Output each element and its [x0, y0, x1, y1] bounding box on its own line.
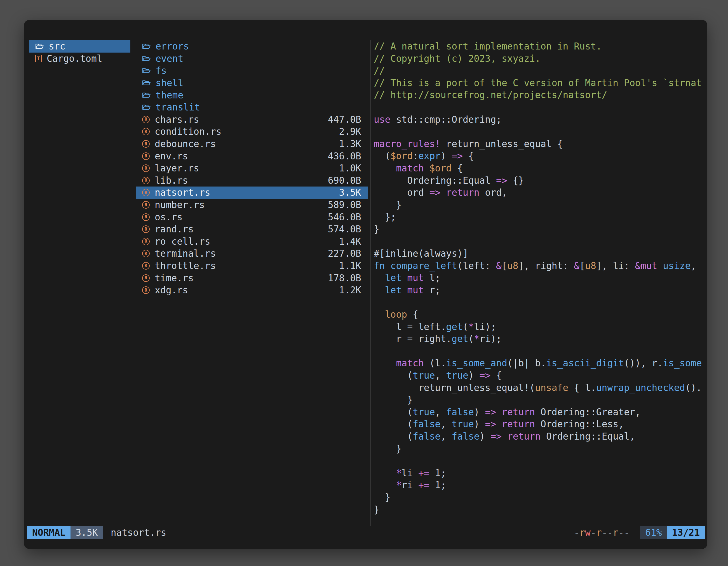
code-line: return_unless_equal!(unsafe { l.unwrap_u… — [374, 382, 707, 394]
file-row[interactable]: theme — [136, 89, 368, 101]
rust-icon: R — [142, 238, 150, 245]
file-row[interactable]: Rterminal.rs227.0B — [136, 248, 368, 260]
file-row[interactable]: Rtime.rs178.0B — [136, 272, 368, 284]
file-row[interactable]: TCargo.toml — [29, 53, 130, 65]
code-line: } — [374, 504, 707, 516]
code-line: l = left.get(*li); — [374, 321, 707, 333]
file-size: 227.0B — [328, 248, 361, 259]
file-name: lib.rs — [155, 175, 188, 186]
mode-indicator: NORMAL — [27, 526, 71, 539]
file-size-badge: 3.5K — [71, 526, 103, 539]
file-row[interactable]: Rthrottle.rs1.1K — [136, 260, 368, 272]
folder-icon — [142, 91, 151, 99]
file-name: layer.rs — [155, 163, 199, 174]
file-row[interactable]: src — [29, 40, 130, 53]
file-row[interactable]: Rnumber.rs589.0B — [136, 199, 368, 211]
file-name: event — [156, 53, 183, 64]
file-name: throttle.rs — [155, 261, 216, 271]
code-line: r = right.get(*ri); — [374, 333, 707, 345]
code-line: // http://sourcefrog.net/projects/natsor… — [374, 89, 707, 101]
code-line: // This is a port of the C version of Ma… — [374, 77, 707, 89]
file-row[interactable]: Renv.rs436.0B — [136, 150, 368, 162]
code-line — [374, 101, 707, 114]
file-name: debounce.rs — [155, 139, 216, 149]
rust-icon: R — [142, 262, 150, 270]
code-line: } — [374, 443, 707, 455]
cursor-position-badge: 13/21 — [667, 526, 705, 539]
code-line: *li += 1; — [374, 467, 707, 479]
rust-icon: R — [142, 140, 150, 148]
file-name: number.rs — [155, 200, 205, 210]
file-row[interactable]: event — [136, 53, 368, 65]
file-row[interactable]: Rdebounce.rs1.3K — [136, 138, 368, 150]
code-line: }; — [374, 211, 707, 223]
file-row[interactable]: Rrand.rs574.0B — [136, 223, 368, 236]
code-line — [374, 126, 707, 138]
file-row[interactable]: Rlib.rs690.0B — [136, 175, 368, 187]
file-size: 3.5K — [339, 187, 361, 198]
current-directory-pane: errorseventfsshellthemetranslitRchars.rs… — [136, 40, 368, 296]
code-line: } — [374, 491, 707, 504]
code-line: loop { — [374, 308, 707, 321]
code-line: (false, true) => return Ordering::Less, — [374, 418, 707, 430]
file-row[interactable]: Rchars.rs447.0B — [136, 114, 368, 126]
code-line: use std::cmp::Ordering; — [374, 114, 707, 126]
file-size: 1.4K — [339, 236, 361, 247]
code-line: Ordering::Equal => {} — [374, 175, 707, 187]
folder-icon — [142, 42, 151, 51]
rust-icon: R — [142, 177, 150, 184]
folder-icon — [142, 79, 151, 87]
file-row[interactable]: fs — [136, 65, 368, 77]
file-name: Cargo.toml — [47, 53, 102, 64]
file-size: 1.1K — [339, 261, 361, 271]
code-line: match (l.is_some_and(|b| b.is_ascii_digi… — [374, 357, 707, 369]
parent-directory-pane: srcTCargo.toml — [29, 40, 130, 65]
file-permissions: -rw-r--r-- — [574, 527, 630, 538]
code-line: match $ord { — [374, 162, 707, 175]
code-line: #[inline(always)] — [374, 248, 707, 260]
folder-icon — [142, 67, 151, 75]
file-size: 2.9K — [339, 126, 361, 137]
file-name: natsort.rs — [155, 187, 210, 198]
code-line — [374, 455, 707, 467]
file-preview-pane: // A natural sort implementation in Rust… — [374, 40, 707, 526]
file-row[interactable]: errors — [136, 40, 368, 53]
rust-icon: R — [142, 116, 150, 123]
code-line: // Copyright (c) 2023, sxyazi. — [374, 53, 707, 65]
code-line: // — [374, 65, 707, 77]
file-row[interactable]: Rxdg.rs1.2K — [136, 284, 368, 296]
file-name: terminal.rs — [155, 248, 216, 259]
file-row[interactable]: Rnatsort.rs3.5K — [136, 187, 368, 199]
code-line: } — [374, 394, 707, 406]
file-row[interactable]: translit — [136, 101, 368, 114]
code-line: (true, false) => return Ordering::Greate… — [374, 406, 707, 418]
code-line — [374, 296, 707, 308]
code-line: } — [374, 199, 707, 211]
rust-icon: R — [142, 152, 150, 160]
file-size: 1.3K — [339, 139, 361, 149]
file-size: 1.0K — [339, 163, 361, 174]
file-row[interactable]: Rcondition.rs2.9K — [136, 126, 368, 138]
rust-icon: R — [142, 128, 150, 135]
status-bar: NORMAL 3.5K natsort.rs -rw-r--r-- 61% 13… — [24, 526, 707, 539]
file-name: xdg.rs — [155, 285, 188, 295]
pane-separator — [370, 40, 371, 526]
file-row[interactable]: shell — [136, 77, 368, 89]
file-row[interactable]: Rro_cell.rs1.4K — [136, 236, 368, 248]
rust-icon: R — [142, 189, 150, 196]
toml-icon: T — [35, 55, 42, 62]
file-row[interactable]: Ros.rs546.0B — [136, 211, 368, 223]
file-name: theme — [156, 90, 183, 101]
rust-icon: R — [142, 213, 150, 221]
rust-icon: R — [142, 201, 150, 209]
file-row[interactable]: Rlayer.rs1.0K — [136, 162, 368, 175]
code-line: (false, false) => return Ordering::Equal… — [374, 430, 707, 443]
file-name: errors — [156, 41, 189, 52]
scroll-percentage-badge: 61% — [640, 526, 667, 539]
file-name: shell — [156, 78, 183, 88]
folder-icon — [142, 54, 151, 63]
status-right-group: -rw-r--r-- 61% 13/21 — [574, 526, 705, 539]
file-name: env.rs — [155, 151, 188, 162]
code-line: *ri += 1; — [374, 479, 707, 491]
code-line — [374, 236, 707, 248]
